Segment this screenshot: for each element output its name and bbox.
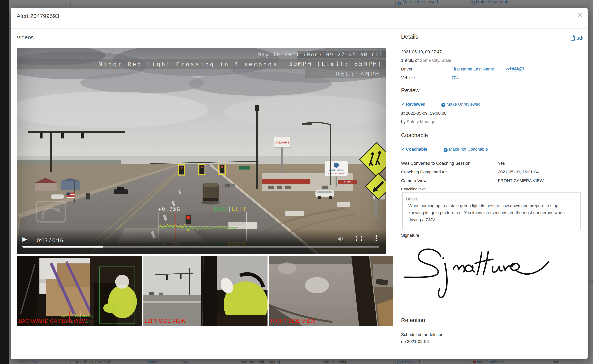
reviewed-at: at 2021-05-09, 19:00:00 [401, 111, 446, 116]
backdrop-cell-vehicle: 704 [182, 360, 188, 364]
backdrop-cell-fragment: 20 [590, 280, 593, 285]
close-icon[interactable]: × [577, 11, 583, 19]
backdrop-top-row: ✖ Make Unreviewed ✔ Make Coachable [9, 0, 593, 8]
right-side-image [269, 256, 393, 326]
check-icon: ✔ [401, 102, 405, 107]
alert-text: Minor Red Light Crossing in 3 seconds [99, 61, 278, 68]
coaching-text: When coming up to a stale green light it… [408, 202, 573, 223]
signature-image [404, 244, 551, 302]
divider [322, 0, 322, 6]
backdrop-make-unreviewed: ✖ Make Unreviewed [397, 0, 438, 5]
watermark-arrow-icon [35, 200, 68, 225]
header-divider [11, 28, 587, 29]
video-timestamp: May 10 2021 (Mon) 09:27:45 AM CDT [258, 52, 383, 58]
panel-divider [399, 355, 587, 355]
review-section-title: Review [401, 87, 420, 94]
reassign-link[interactable]: Reassign [506, 66, 524, 72]
video-progress-track[interactable] [22, 246, 380, 247]
vehicle-label: Vehicle: [401, 75, 416, 80]
fullscreen-icon[interactable] [356, 235, 362, 241]
make-not-coachable-link[interactable]: ✖ Make not Coachable [444, 147, 488, 152]
row-value: 2021-05-10, 15:21:04 [498, 169, 539, 174]
page: ✖ Make Unreviewed ✔ Make Coachable 20 20… [0, 0, 593, 364]
circle-x-icon: ✖ [444, 148, 448, 152]
video-controls-bar [17, 229, 386, 254]
thumbnail-backward-camera[interactable]: May 10 2021 (Mon) 09:27:45 AM CDT 30MPH … [17, 256, 142, 326]
kebab-menu-icon[interactable] [375, 235, 377, 241]
svg-text:SUP'S: SUP'S [344, 181, 352, 184]
retention-line2: on 2021-08-08 [401, 339, 429, 344]
coaching-greeting: Driver, [406, 197, 418, 202]
video-progress-played [22, 246, 103, 247]
make-unreviewed-link[interactable]: ✖ Make Unreviewed [441, 102, 480, 107]
divider [548, 0, 548, 6]
row-value: Yes [498, 161, 505, 166]
driver-link[interactable]: First Name Last Name [452, 67, 494, 72]
backdrop-cell-coachable: Not Coachable [473, 360, 504, 364]
backdrop-sidebar [0, 0, 9, 364]
signature-label: Signature: [401, 233, 420, 238]
play-button[interactable]: ▶ [22, 236, 27, 242]
volume-muted-icon[interactable] [338, 236, 345, 242]
alert-datetime: 2021-05-10, 09:27:47 [401, 49, 442, 54]
divider [144, 0, 144, 6]
circle-x-icon: ✖ [441, 103, 445, 107]
divider [395, 0, 396, 6]
svg-text:ALLSUP'S: ALLSUP'S [275, 141, 290, 144]
retention-line1: Scheduled for deletion [401, 332, 443, 337]
retention-section-title: Retention [401, 317, 425, 324]
thumbnail-right-side[interactable]: RIGHT SIDE VIEW [269, 256, 393, 326]
row-value: FRONT CAMERA VIEW [498, 178, 544, 183]
backdrop-cell-converted: No [554, 360, 559, 364]
reviewed-status: ✔ Reviewed [401, 102, 426, 107]
backdrop-make-coachable: ✔ Make Coachable [471, 0, 509, 5]
backdrop-cell-driver: Driver [148, 360, 159, 364]
backdrop-cell-coaching: No Coaching [324, 360, 347, 364]
row-label: Camera View: [401, 178, 428, 183]
speed-text: 30MPH (Limit: 35MPH) [289, 60, 382, 68]
coaching-text-label: Coaching text: [401, 187, 426, 191]
camera-label: RIGHT SIDE VIEW [271, 318, 315, 324]
check-icon: ✔ [401, 147, 405, 152]
backdrop-bottom-row: 204799593 2021-05-10, 09:27:45 Driver 70… [0, 359, 593, 364]
alert-location: 1.9 SE of Some City, State [401, 58, 451, 63]
thumbnail-left-side[interactable]: LEFT SIDE VIEW [143, 256, 267, 326]
details-section-title: Details [401, 34, 418, 40]
backdrop-cell-time: 2021-05-10, 09:27:45 [72, 360, 111, 364]
circle-x-icon: ✖ [397, 1, 401, 5]
pdf-link[interactable]: pdf [570, 35, 584, 41]
backdrop-right-strip: 20 [588, 0, 593, 364]
rel-speed-text: REL: 4MPH [336, 70, 380, 78]
vehicle-link[interactable]: 704 [452, 75, 459, 80]
driver-label: Driver: [401, 67, 414, 72]
red-light-icon [186, 215, 191, 224]
coachable-status: ✔ Coachable [401, 147, 427, 152]
pdf-icon [570, 35, 575, 40]
videos-section-title: Videos [17, 34, 34, 41]
red-dot-icon [473, 361, 476, 364]
row-label: Coaching Completed At: [401, 169, 447, 174]
camera-label: BACKWARD CAMERA VIEW [19, 318, 87, 324]
backdrop-cell-speed: 30mph (Limit: 35mph) [241, 360, 280, 364]
row-label: Was Converted to Coaching Session: [401, 161, 472, 166]
reviewed-by: by Safety Manager [401, 119, 437, 124]
divider [9, 6, 593, 6]
modal-title: Alert 204799593 [17, 13, 59, 20]
square-check-icon: ✔ [471, 1, 475, 5]
left-side-image [143, 256, 267, 326]
video-time: 0:03 / 0:16 [37, 237, 63, 244]
main-video-player[interactable]: SUP'S ALLSUP'S World Finance LOAN & TAX … [17, 48, 386, 254]
divider [466, 0, 467, 6]
square-check-icon: ✔ [397, 362, 401, 364]
divider [70, 0, 71, 6]
backward-camera-image [17, 256, 142, 326]
camera-label: LEFT SIDE VIEW [145, 318, 186, 324]
coachable-section-title: Coachable [401, 132, 428, 138]
us-flag [67, 193, 75, 198]
backdrop-cell-reviewed: ✔ Reviewed [397, 360, 420, 364]
backdrop-alert-id-link: 204799593 [18, 360, 38, 364]
